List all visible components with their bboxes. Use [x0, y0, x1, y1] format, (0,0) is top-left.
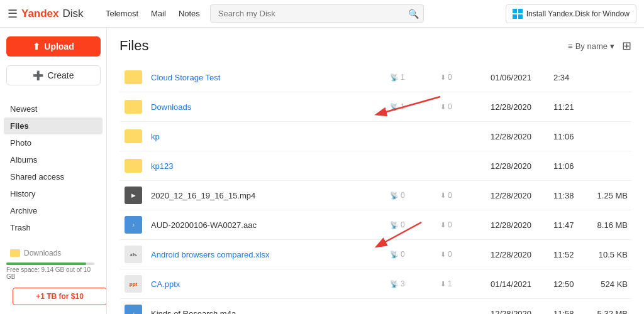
- dl-meta: ⬇0: [440, 191, 483, 200]
- nav-notes[interactable]: Notes: [179, 9, 200, 18]
- create-button[interactable]: ➕ Create: [6, 65, 101, 85]
- file-name-link[interactable]: Android browsers compared.xlsx: [151, 250, 270, 259]
- file-time: 11:21: [550, 92, 587, 122]
- file-name-link[interactable]: kp123: [151, 161, 173, 171]
- create-label: Create: [47, 70, 74, 80]
- share-meta: 📡1: [390, 73, 433, 82]
- menu-icon[interactable]: ☰: [8, 7, 18, 21]
- svg-rect-2: [513, 14, 517, 19]
- nav-telemost[interactable]: Telemost: [106, 9, 138, 18]
- install-button[interactable]: Install Yandex.Disk for Window: [506, 4, 636, 23]
- logo-disk: Disk: [63, 8, 84, 20]
- table-row[interactable]: ♪ AUD-20200106-WA0027.aac 📡0 ⬇0 12/28/20…: [119, 210, 631, 240]
- file-size: 5.32 MB: [587, 299, 631, 315]
- upload-button[interactable]: ⬆ Upload: [6, 36, 101, 57]
- pptx-file-icon: ppt: [123, 274, 143, 294]
- folder-icon: [123, 126, 143, 146]
- table-row[interactable]: Cloud Storage Test 📡1 ⬇0 01/06/2021 2:34: [119, 63, 631, 92]
- share-icon: 📡: [390, 221, 399, 229]
- file-size: 1.25 MB: [587, 181, 631, 210]
- share-icon: 📡: [390, 103, 399, 111]
- file-date: 01/14/2021: [487, 269, 550, 299]
- sort-lines-icon: ≡: [568, 41, 573, 51]
- file-name-text: 2020_12_16_19_16_15.mp4: [151, 191, 255, 200]
- file-size: 8.16 MB: [587, 210, 631, 240]
- sidebar-item-files[interactable]: Files: [4, 117, 103, 134]
- share-icon: 📡: [390, 251, 399, 259]
- sort-button[interactable]: ≡ By name ▾: [568, 41, 614, 51]
- file-name-link[interactable]: Cloud Storage Test: [151, 73, 220, 82]
- file-name-text: AUD-20200106-WA0027.aac: [151, 220, 257, 230]
- file-date: 12/28/2020: [487, 299, 550, 315]
- search-input[interactable]: [210, 4, 424, 23]
- sidebar-item-history[interactable]: History: [0, 185, 106, 202]
- sidebar: ⬆ Upload ➕ Create Newest Files Photo Alb…: [0, 28, 107, 314]
- file-size: [587, 122, 631, 151]
- dl-meta: ⬇0: [440, 220, 483, 229]
- aac-file-icon: ♪: [123, 215, 143, 235]
- file-time: 11:38: [550, 181, 587, 210]
- view-controls: ≡ By name ▾ ⊞: [568, 39, 631, 53]
- file-time: 12:50: [550, 269, 587, 299]
- file-size: [587, 92, 631, 122]
- sidebar-item-newest[interactable]: Newest: [0, 100, 106, 117]
- file-time: 11:58: [550, 299, 587, 315]
- dl-icon: ⬇: [440, 73, 446, 82]
- share-meta: 📡0: [390, 220, 433, 229]
- file-size: 10.5 KB: [587, 240, 631, 269]
- file-table: Cloud Storage Test 📡1 ⬇0 01/06/2021 2:34…: [119, 63, 631, 314]
- dl-icon: ⬇: [440, 280, 446, 288]
- logo-area: ☰ Yandex Disk: [8, 7, 96, 21]
- share-meta: 📡1: [390, 102, 433, 111]
- file-size: [587, 151, 631, 181]
- table-row[interactable]: ♪ Kinds of Research.m4a 12/28/2020 11:58…: [119, 299, 631, 315]
- file-name-text: Kinds of Research.m4a: [151, 309, 236, 315]
- table-row[interactable]: kp123 12/28/2020 11:06: [119, 151, 631, 181]
- main-layout: ⬆ Upload ➕ Create Newest Files Photo Alb…: [0, 28, 644, 314]
- share-icon: 📡: [390, 192, 399, 200]
- search-icon[interactable]: 🔍: [408, 9, 419, 19]
- xlsx-file-icon: xls: [123, 244, 143, 264]
- nav-mail[interactable]: Mail: [151, 9, 166, 18]
- sidebar-item-shared[interactable]: Shared access: [0, 168, 106, 185]
- file-date: 01/06/2021: [487, 63, 550, 92]
- page-title: Files: [119, 38, 148, 54]
- file-size: 524 KB: [587, 269, 631, 299]
- table-row[interactable]: ppt CA.pptx 📡3 ⬇1 01/14/2021 12:50 524 K…: [119, 269, 631, 299]
- sidebar-item-albums[interactable]: Albums: [0, 151, 106, 168]
- grid-view-button[interactable]: ⊞: [622, 39, 631, 53]
- top-nav: Telemost Mail Notes: [106, 9, 200, 18]
- pinned-downloads[interactable]: Downloads: [0, 246, 106, 260]
- storage-bar-wrap: Free space: 9.14 GB out of 10 GB: [0, 260, 106, 281]
- share-icon: 📡: [390, 280, 399, 288]
- m4a-file-icon: ♪: [123, 303, 143, 314]
- upgrade-button[interactable]: +1 TB for $10: [13, 288, 107, 305]
- install-label: Install Yandex.Disk for Window: [526, 9, 630, 18]
- dl-icon: ⬇: [440, 251, 446, 259]
- table-row[interactable]: kp 12/28/2020 11:06: [119, 122, 631, 151]
- file-date: 12/28/2020: [487, 240, 550, 269]
- folder-icon: [123, 67, 143, 87]
- file-time: 11:52: [550, 240, 587, 269]
- table-row[interactable]: xls Android browsers compared.xlsx 📡0 ⬇0…: [119, 240, 631, 269]
- sidebar-item-photo[interactable]: Photo: [0, 134, 106, 151]
- file-name-link[interactable]: Downloads: [151, 102, 191, 112]
- dl-meta: ⬇0: [440, 73, 483, 82]
- sidebar-item-archive[interactable]: Archive: [0, 202, 106, 219]
- file-name-link[interactable]: kp: [151, 132, 160, 141]
- sidebar-nav: Newest Files Photo Albums Shared access …: [0, 100, 106, 236]
- folder-icon: [123, 156, 143, 176]
- storage-text: Free space: 9.14 GB out of 10 GB: [6, 266, 100, 280]
- sidebar-item-trash[interactable]: Trash: [0, 219, 106, 236]
- windows-icon: [513, 9, 523, 19]
- file-time: 11:06: [550, 122, 587, 151]
- sort-chevron-icon: ▾: [610, 41, 614, 51]
- topbar: ☰ Yandex Disk Telemost Mail Notes 🔍 Inst…: [0, 0, 644, 28]
- upload-label: Upload: [44, 41, 74, 51]
- table-row[interactable]: ▶ 2020_12_16_19_16_15.mp4 📡0 ⬇0 12/28/20…: [119, 181, 631, 210]
- table-row[interactable]: Downloads 📡1 ⬇0 12/28/2020 11:21: [119, 92, 631, 122]
- file-date: 12/28/2020: [487, 92, 550, 122]
- content-header: Files ≡ By name ▾ ⊞: [119, 38, 631, 54]
- file-size: [587, 63, 631, 92]
- file-name-link[interactable]: CA.pptx: [151, 279, 180, 289]
